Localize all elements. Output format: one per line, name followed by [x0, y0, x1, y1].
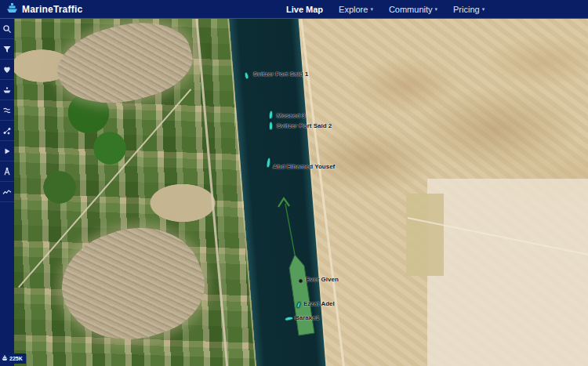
vessels-tool-button[interactable]: [0, 80, 14, 100]
main-area: 225K Ever Given Svitzer Port Said 1Mosae: [0, 19, 588, 366]
nav-live-map[interactable]: Live Map: [286, 5, 323, 14]
vessel-label-ezzat-adel[interactable]: Ezzat Adel: [303, 300, 335, 307]
search-icon: [2, 24, 12, 34]
vessel-label-abd-elhamed-yousef[interactable]: Abd Elhamed Yousef: [273, 163, 335, 170]
chevron-down-icon: ▾: [370, 6, 373, 12]
ever-given-position-dot[interactable]: [299, 279, 303, 283]
vessel-marker-svitzer-port-said-2[interactable]: [269, 121, 273, 130]
play-icon: [2, 147, 12, 156]
ship-icon: [2, 85, 12, 95]
heart-icon: [2, 65, 12, 74]
desert-dunes: [304, 19, 588, 203]
wind-tool-button[interactable]: [0, 100, 14, 121]
brand-logo[interactable]: MarineTraffic: [6, 2, 82, 16]
filter-icon: [2, 45, 12, 54]
density-wave-icon: [2, 187, 12, 197]
main-nav: Live Map Explore ▾ Community ▾ Pricing ▾: [286, 0, 485, 18]
waypoints-icon: [2, 126, 12, 136]
vessel-count-badge[interactable]: 225K: [0, 353, 26, 364]
waypoints-tool-button[interactable]: [0, 121, 14, 141]
vessel-label-svitzer-port-said-2[interactable]: Svitzer Port Said 2: [277, 122, 332, 129]
vessel-label-mosaed-3[interactable]: Mosaed 3: [277, 112, 305, 119]
measure-tool-button[interactable]: [0, 161, 14, 182]
map-toolbar: [0, 19, 14, 366]
chevron-down-icon: ▾: [435, 6, 438, 12]
vessel-label-baraka1[interactable]: Baraka1: [295, 314, 319, 321]
filters-tool-button[interactable]: [0, 39, 14, 60]
vessel-count: 225K: [9, 356, 23, 361]
sand-patch: [406, 194, 444, 276]
nav-community[interactable]: Community ▾: [389, 5, 437, 14]
measure-compass-icon: [2, 167, 12, 176]
nav-pricing[interactable]: Pricing ▾: [453, 5, 485, 14]
top-nav-bar: MarineTraffic Live Map Explore ▾ Communi…: [0, 0, 588, 19]
chevron-down-icon: ▾: [482, 6, 485, 12]
nav-explore[interactable]: Explore ▾: [339, 5, 373, 14]
vessel-label-svitzer-port-said-1[interactable]: Svitzer Port Said 1: [253, 71, 308, 78]
search-tool-button[interactable]: [0, 19, 14, 39]
vessel-label-ever-given[interactable]: Ever Given: [306, 276, 339, 283]
playback-tool-button[interactable]: [0, 141, 14, 161]
live-map[interactable]: Ever Given Svitzer Port Said 1Mosaed 3Sv…: [14, 19, 588, 366]
brand-ship-icon: [6, 2, 18, 16]
badge-ship-icon: [2, 355, 8, 362]
favorites-tool-button[interactable]: [0, 60, 14, 80]
wind-icon: [2, 106, 12, 115]
light-sand-region: [427, 179, 588, 366]
brand-name: MarineTraffic: [22, 4, 82, 15]
density-maps-tool-button[interactable]: [0, 182, 14, 202]
marinetraffic-app: MarineTraffic Live Map Explore ▾ Communi…: [0, 0, 588, 366]
